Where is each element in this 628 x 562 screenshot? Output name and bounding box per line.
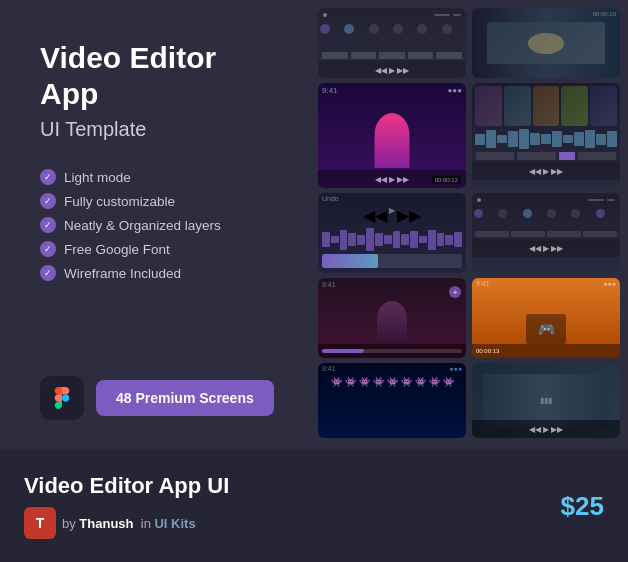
screen-editor-controls: ◀◀ ▶ ▶▶ [472,193,620,273]
right-section: ◀◀ ▶ ▶▶ 9:41●●● 00:00:12 ◀◀ ▶ ▶▶ Undo [310,0,628,450]
feature-label-1: Light mode [64,170,131,185]
feature-item-1: ✓ Light mode [40,169,280,185]
screens-badge[interactable]: 48 Premium Screens [96,380,274,416]
feature-label-4: Free Google Font [64,242,170,257]
screen-waveform: Undo ◀◀ ▶ ▶▶ [318,193,466,273]
screen-metro-2: ▮▮▮ ◀◀ ▶ ▶▶ [472,363,620,438]
author-avatar[interactable]: T [24,507,56,539]
feature-label-5: Wireframe Included [64,266,181,281]
left-section: Video Editor App UI Template ✓ Light mod… [0,0,310,450]
cta-bar: 48 Premium Screens [40,376,280,420]
bottom-section: Video Editor App UI T by Thanush in UI K… [0,450,628,562]
product-title: Video Editor App UI [24,473,229,499]
screens-container: ◀◀ ▶ ▶▶ 9:41●●● 00:00:12 ◀◀ ▶ ▶▶ Undo [310,0,628,450]
product-card: Video Editor App UI Template ✓ Light mod… [0,0,628,450]
product-info: Video Editor App UI T by Thanush in UI K… [24,473,229,539]
features-list: ✓ Light mode ✓ Fully customizable ✓ Neat… [40,169,280,289]
author-text: by Thanush in UI Kits [62,516,196,531]
author-row: T by Thanush in UI Kits [24,507,229,539]
price-badge[interactable]: $25 [561,491,604,522]
feature-label-3: Neatly & Organized layers [64,218,221,233]
screen-column-right: 00:00:10 [472,8,620,442]
screen-mars: 9:41●●● 🎮 00:00:13 [472,278,620,358]
check-icon-2: ✓ [40,193,56,209]
check-icon-1: ✓ [40,169,56,185]
app-title: Video Editor App [40,40,280,112]
check-icon-4: ✓ [40,241,56,257]
category-link[interactable]: UI Kits [154,516,195,531]
screen-game: 9:41●●● 👾👾👾 👾👾👾 👾👾👾 [318,363,466,438]
feature-item-2: ✓ Fully customizable [40,193,280,209]
screen-person-video: 9:41●●● 00:00:12 ◀◀ ▶ ▶▶ [318,83,466,188]
app-subtitle: UI Template [40,118,280,141]
feature-item-5: ✓ Wireframe Included [40,265,280,281]
screen-editor-toolbar: ◀◀ ▶ ▶▶ [318,8,466,78]
author-name[interactable]: Thanush [79,516,133,531]
feature-item-3: ✓ Neatly & Organized layers [40,217,280,233]
screen-dark-video: 9:41 + [318,278,466,358]
feature-label-2: Fully customizable [64,194,175,209]
feature-item-4: ✓ Free Google Font [40,241,280,257]
screen-waveform-thumbs: ◀◀ ▶ ▶▶ [472,83,620,188]
check-icon-5: ✓ [40,265,56,281]
check-icon-3: ✓ [40,217,56,233]
figma-icon[interactable] [40,376,84,420]
screen-metro: 00:00:10 [472,8,620,78]
screen-column-left: ◀◀ ▶ ▶▶ 9:41●●● 00:00:12 ◀◀ ▶ ▶▶ Undo [318,8,466,442]
